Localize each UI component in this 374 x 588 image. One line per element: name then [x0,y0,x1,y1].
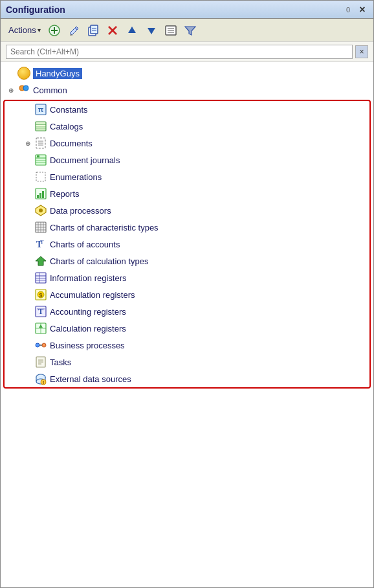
move-up-button[interactable] [124,22,140,39]
add-icon [48,24,61,37]
calc-registers-label: Calculation registers [50,324,126,334]
enumerations-label: Enumerations [50,172,102,182]
biz-processes-icon [34,339,47,352]
charts-accounts-label: Charts of accounts [50,240,120,249]
handyguys-icon [17,67,30,80]
tree-container: HandyGuys ⊕ Common π [1,62,373,587]
actions-menu[interactable]: Actions ▾ [6,24,43,36]
tasks-label: Tasks [50,357,71,367]
svg-marker-11 [148,28,155,34]
info-registers-icon [34,271,47,284]
tree-item-charts-calc[interactable]: Charts of calculation types [5,253,369,269]
svg-text:T: T [40,239,44,245]
search-input[interactable] [6,45,353,59]
tree-item-doc-journals[interactable]: Document journals [5,152,369,168]
reports-label: Reports [50,189,80,199]
info-registers-label: Information registers [50,273,127,283]
tree-item-biz-processes[interactable]: Business processes [5,337,369,354]
common-label: Common [33,85,67,95]
toolbar: Actions ▾ [1,19,373,42]
tasks-icon [34,356,47,368]
edit-button[interactable] [65,22,82,39]
svg-text:$: $ [39,292,42,299]
biz-processes-label: Business processes [50,341,125,350]
tree-item-catalogs[interactable]: Catalogs [5,118,369,135]
copy-button[interactable] [85,22,102,39]
filter-button[interactable] [182,22,199,39]
svg-marker-10 [128,27,136,33]
data-processors-icon [34,204,47,217]
svg-point-40 [39,209,43,212]
tree-item-data-processors[interactable]: Data processors [5,202,369,219]
tree-item-ext-data[interactable]: ! External data sources [5,370,369,387]
charts-calc-label: Charts of calculation types [50,256,148,266]
svg-rect-36 [37,195,39,198]
edit-icon [67,24,80,37]
documents-icon [34,137,47,150]
tree-item-documents[interactable]: ⊕ Documents [5,135,369,152]
add-button[interactable] [46,22,63,39]
svg-text:!: ! [43,379,45,385]
actions-label: Actions [8,25,36,35]
tree-item-tasks[interactable]: Tasks [5,354,369,370]
svg-point-66 [36,343,39,347]
badge: 0 [342,4,354,16]
expand-documents-icon[interactable]: ⊕ [23,138,33,148]
configuration-window: Configuration 0 × Actions ▾ [0,0,374,588]
accum-registers-icon: $ [34,288,47,301]
actions-arrow-icon: ▾ [38,27,41,34]
svg-marker-16 [185,27,195,35]
tree-item-constants[interactable]: π Constants [5,101,369,118]
tree-item-accounting-registers[interactable]: T Accounting registers [5,303,369,320]
constants-icon: π [34,103,47,116]
tree-item-charts-accounts[interactable]: T T Charts of accounts [5,236,369,253]
doc-journals-icon [34,153,47,166]
copy-icon [87,24,100,37]
tree-item-reports[interactable]: Reports [5,185,369,202]
close-button[interactable]: × [357,4,368,16]
handyguys-label: HandyGuys [33,68,82,79]
catalogs-icon [34,120,47,133]
svg-rect-37 [39,193,41,198]
catalogs-label: Catalogs [50,122,83,131]
enumerations-icon [34,170,47,183]
tree-item-charts-char[interactable]: Charts of characteristic types [5,219,369,236]
tree-item-info-registers[interactable]: Information registers [5,269,369,286]
svg-rect-21 [36,122,46,131]
delete-button[interactable] [104,22,121,39]
tree-item-calc-registers[interactable]: Calculation registers [5,320,369,337]
tree-item-handyguys[interactable]: HandyGuys [1,65,373,82]
ext-data-label: External data sources [50,374,131,384]
expand-common-icon[interactable]: ⊕ [6,85,16,95]
tree-item-accum-registers[interactable]: $ Accumulation registers [5,286,369,303]
charts-accounts-icon: T T [34,238,47,251]
tree-item-common[interactable]: ⊕ Common [1,82,373,98]
tree-item-enumerations[interactable]: Enumerations [5,168,369,185]
common-icon [17,84,30,96]
title-bar: Configuration 0 × [1,1,373,19]
accounting-registers-label: Accounting registers [50,307,126,317]
list-button[interactable] [162,22,179,39]
svg-text:T: T [38,307,43,316]
svg-rect-51 [36,273,46,283]
svg-rect-33 [37,155,39,157]
search-clear-button[interactable]: × [355,45,368,58]
move-down-button[interactable] [143,22,160,39]
title-controls: 0 × [342,4,368,16]
data-processors-label: Data processors [50,206,111,216]
filter-icon [184,24,197,37]
svg-point-67 [42,343,46,347]
delete-icon [106,24,119,37]
red-section: π Constants Catalogs [3,100,371,389]
list-icon [164,24,177,37]
svg-rect-34 [36,172,45,181]
documents-label: Documents [50,139,93,148]
svg-point-18 [23,85,28,91]
charts-calc-icon [34,254,47,267]
svg-text:π: π [38,106,44,113]
accounting-registers-icon: T [34,305,47,318]
charts-char-label: Charts of characteristic types [50,223,159,232]
accum-registers-label: Accumulation registers [50,290,135,300]
charts-char-icon [34,221,47,234]
window-title: Configuration [6,5,65,15]
